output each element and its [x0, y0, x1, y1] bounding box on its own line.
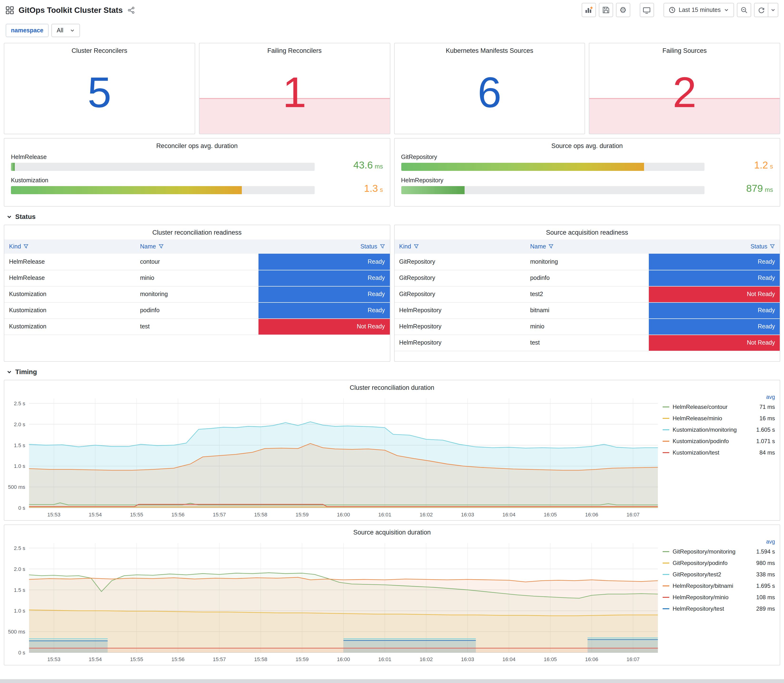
table-cell: test2	[525, 286, 649, 302]
legend-series-color	[663, 551, 669, 552]
svg-text:1.0 s: 1.0 s	[14, 463, 25, 469]
gauge-value: 43.6ms	[320, 159, 383, 171]
refresh-icon	[758, 6, 765, 14]
table-cell: test	[135, 318, 258, 335]
table-cell: minio	[135, 270, 258, 286]
readiness-table-container: KindNameStatusHelmReleasecontourReadyHel…	[4, 239, 390, 335]
column-header-status[interactable]: Status	[649, 239, 780, 254]
panel-title[interactable]: Kubernetes Manifests Sources	[394, 43, 585, 56]
legend-series-avg: 1.695 s	[756, 583, 775, 589]
funnel-icon	[414, 244, 418, 249]
panel-title[interactable]: Source ops avg. duration	[394, 138, 780, 151]
column-header-kind[interactable]: Kind	[4, 239, 135, 254]
column-header-status[interactable]: Status	[259, 239, 390, 254]
table-cell: GitRepository	[394, 270, 525, 286]
funnel-icon	[380, 244, 385, 249]
svg-text:16:06: 16:06	[585, 656, 598, 662]
panel-title[interactable]: Failing Reconcilers	[199, 43, 390, 56]
table-row: KustomizationpodinfoReady	[4, 302, 390, 318]
chart-panel-cluster-reconciliation: Cluster reconciliation duration 15:5315:…	[4, 380, 780, 521]
gauge-bar	[11, 163, 14, 171]
time-picker-button[interactable]: Last 15 minutes	[664, 3, 734, 17]
share-icon[interactable]	[128, 6, 135, 14]
panel-title[interactable]: Cluster reconciliation readiness	[4, 225, 390, 237]
save-button[interactable]	[599, 3, 613, 17]
gauge-bar	[11, 186, 242, 194]
column-header-name[interactable]: Name	[525, 239, 649, 254]
legend-avg-header[interactable]: avg	[663, 393, 775, 401]
chart-row-reconciliation: Cluster reconciliation duration 15:5315:…	[4, 380, 780, 521]
table-cell: test	[525, 335, 649, 351]
table-cell: monitoring	[135, 286, 258, 302]
svg-text:15:53: 15:53	[47, 656, 61, 662]
dashboard-header: GitOps Toolkit Cluster Stats ⚙ Last 15	[0, 0, 784, 20]
status-badge: Ready	[259, 254, 390, 270]
panel-title[interactable]: Reconciler ops avg. duration	[4, 138, 390, 151]
legend-item[interactable]: GitRepository/podinfo980 ms	[663, 557, 775, 569]
time-series-plot[interactable]: 15:5315:5415:5515:5615:5715:5815:5916:00…	[4, 393, 661, 520]
svg-text:15:55: 15:55	[130, 656, 143, 662]
legend-item[interactable]: GitRepository/test2338 ms	[663, 569, 775, 580]
legend-series-color	[663, 608, 669, 609]
gauge-row-kustomization: Kustomization 1.3s	[11, 177, 383, 194]
panel-title[interactable]: Failing Sources	[590, 43, 780, 56]
column-header-name[interactable]: Name	[135, 239, 258, 254]
gauge-label: HelmRelease	[11, 154, 314, 160]
section-row-status[interactable]: Status	[4, 210, 780, 224]
chart-plot[interactable]: 15:5315:5415:5515:5615:5715:5815:5916:00…	[4, 393, 661, 520]
svg-text:16:01: 16:01	[378, 656, 391, 662]
add-panel-button[interactable]	[582, 3, 596, 17]
panel-title[interactable]: Source acquisition readiness	[394, 225, 780, 237]
readiness-table: KindNameStatusGitRepositorymonitoringRea…	[394, 239, 780, 351]
time-range-label: Last 15 minutes	[679, 6, 721, 13]
panel-title[interactable]: Cluster reconciliation duration	[4, 380, 780, 393]
legend-series-avg: 980 ms	[756, 560, 775, 566]
legend-avg-header[interactable]: avg	[663, 537, 775, 546]
column-header-kind[interactable]: Kind	[394, 239, 525, 254]
svg-text:0 s: 0 s	[18, 650, 25, 656]
legend-item[interactable]: Kustomization/monitoring1.605 s	[663, 424, 775, 436]
legend-series-name: GitRepository/test2	[673, 571, 756, 578]
gauge-value: 1.3s	[320, 183, 383, 194]
svg-text:16:03: 16:03	[461, 511, 474, 518]
svg-text:16:07: 16:07	[627, 656, 640, 662]
table-row: GitRepositorytest2Not Ready	[394, 286, 780, 302]
legend-item[interactable]: HelmRepository/minio108 ms	[663, 592, 775, 603]
zoom-out-button[interactable]	[737, 3, 751, 17]
cycle-view-button[interactable]	[640, 3, 654, 17]
bottom-scrollbar[interactable]	[0, 679, 784, 683]
svg-text:15:58: 15:58	[254, 656, 267, 662]
table-cell: GitRepository	[394, 286, 525, 302]
apps-icon[interactable]	[6, 6, 14, 14]
table-row: KustomizationtestNot Ready	[4, 318, 390, 335]
legend-item[interactable]: GitRepository/monitoring1.594 s	[663, 546, 775, 557]
namespace-variable-label[interactable]: namespace	[6, 24, 48, 37]
legend-item[interactable]: HelmRelease/minio16 ms	[663, 413, 775, 424]
panel-title[interactable]: Source acquisition duration	[4, 525, 780, 537]
svg-text:2.5 s: 2.5 s	[14, 545, 25, 551]
panel-title[interactable]: Cluster Reconcilers	[4, 43, 195, 56]
legend-item[interactable]: Kustomization/test84 ms	[663, 447, 775, 459]
gauge-panels-row: Reconciler ops avg. duration HelmRelease…	[4, 138, 780, 207]
chevron-down-icon	[771, 8, 776, 12]
chevron-down-icon	[724, 8, 729, 12]
svg-text:16:06: 16:06	[585, 511, 598, 518]
legend-item[interactable]: HelmRelease/contour71 ms	[663, 401, 775, 413]
stat-value: 6	[478, 71, 502, 114]
table-cell: Kustomization	[4, 318, 135, 335]
stat-value: 5	[88, 71, 111, 114]
stat-value: 1	[282, 71, 306, 114]
refresh-button[interactable]	[754, 3, 768, 17]
refresh-interval-dropdown[interactable]	[768, 3, 778, 17]
chart-plot[interactable]: 15:5315:5415:5515:5615:5715:5815:5916:00…	[4, 537, 661, 665]
gauge-panel-source-ops: Source ops avg. duration GitRepository 1…	[394, 138, 780, 207]
namespace-variable-select[interactable]: All	[51, 24, 80, 37]
settings-button[interactable]: ⚙	[616, 3, 630, 17]
time-series-plot[interactable]: 15:5315:5415:5515:5615:5715:5815:5916:00…	[4, 537, 661, 665]
status-badge: Not Ready	[649, 286, 780, 302]
section-row-timing[interactable]: Timing	[4, 366, 780, 380]
namespace-variable-value: All	[57, 27, 63, 34]
legend-item[interactable]: Kustomization/podinfo1.071 s	[663, 436, 775, 447]
legend-item[interactable]: HelmRepository/test289 ms	[663, 603, 775, 614]
legend-item[interactable]: HelmRepository/bitnami1.695 s	[663, 580, 775, 592]
